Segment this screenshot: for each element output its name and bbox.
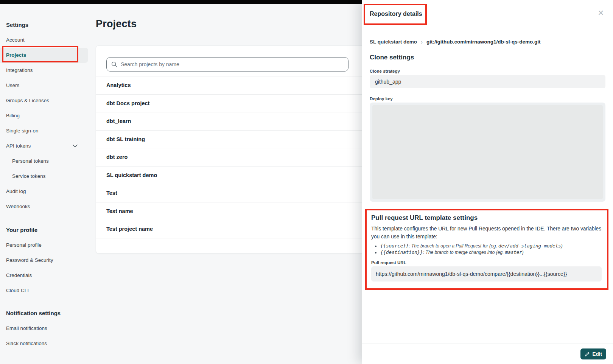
sidebar-item-slack-notifications[interactable]: Slack notifications (0, 336, 88, 351)
clone-settings-heading: Clone settings (370, 54, 605, 61)
search-icon (111, 61, 117, 67)
pull-request-description: This template configures the URL for new… (371, 225, 602, 241)
breadcrumb: SL quickstart demo › git://github.com/mi… (370, 39, 605, 45)
breadcrumb-separator-icon: › (421, 39, 423, 45)
sidebar-item-groups-licenses[interactable]: Groups & Licenses (0, 93, 88, 108)
sidebar-section-settings: Settings (0, 17, 91, 33)
sidebar-item-billing[interactable]: Billing (0, 108, 88, 123)
app-screen: Settings Account Projects Integrations U… (0, 0, 613, 364)
sidebar-item-api-tokens[interactable]: API tokens (0, 138, 88, 154)
pull-request-section-title: Pull request URL template settings (371, 214, 602, 222)
sidebar-item-integrations[interactable]: Integrations (0, 63, 88, 78)
sidebar-item-audit-log[interactable]: Audit log (0, 184, 88, 199)
template-variable-list: {{source}}: The branch to open a Pull Re… (380, 243, 602, 255)
sidebar-item-users[interactable]: Users (0, 78, 88, 93)
sidebar-item-email-notifications[interactable]: Email notifications (0, 321, 88, 336)
project-search[interactable] (106, 57, 349, 72)
pull-request-url-label: Pull request URL (371, 260, 602, 265)
pencil-icon (585, 352, 590, 357)
close-icon[interactable]: ✕ (596, 8, 606, 18)
breadcrumb-project[interactable]: SL quickstart demo (370, 39, 417, 45)
repository-details-panel: Repository details ✕ SL quickstart demo … (362, 0, 613, 364)
sidebar-section-your-profile: Your profile (0, 222, 91, 238)
deploy-key-label: Deploy key (370, 96, 605, 101)
sidebar-item-account[interactable]: Account (0, 33, 88, 48)
clone-strategy-label: Clone strategy (370, 69, 605, 73)
sidebar-section-notification-settings: Notification settings (0, 306, 91, 321)
panel-body: SL quickstart demo › git://github.com/mi… (362, 27, 613, 344)
pull-request-template-section: Pull request URL template settings This … (365, 209, 608, 290)
settings-sidebar: Settings Account Projects Integrations U… (0, 4, 91, 364)
chevron-down-icon (73, 145, 78, 148)
sidebar-item-personal-profile[interactable]: Personal profile (0, 238, 88, 253)
deploy-key-value-redacted (372, 105, 603, 199)
template-variable-destination: {{destination}}: The branch to merge cha… (380, 249, 602, 256)
deploy-key-field[interactable] (370, 103, 605, 202)
pull-request-url-field[interactable]: https://github.com/mirnawong1/db-sl-qs-d… (371, 266, 602, 282)
edit-button[interactable]: Edit (580, 348, 607, 359)
edit-button-label: Edit (593, 351, 602, 357)
sidebar-item-single-sign-on[interactable]: Single sign-on (0, 123, 88, 138)
breadcrumb-repo-url: git://github.com/mirnawong1/db-sl-qs-dem… (426, 39, 540, 45)
sidebar-item-cloud-cli[interactable]: Cloud CLI (0, 283, 88, 298)
sidebar-item-personal-tokens[interactable]: Personal tokens (0, 154, 88, 169)
sidebar-item-service-tokens[interactable]: Service tokens (0, 169, 88, 184)
template-variable-source: {{source}}: The branch to open a Pull Re… (380, 243, 602, 249)
panel-title: Repository details (370, 11, 422, 17)
search-input[interactable] (121, 61, 344, 67)
sidebar-item-projects[interactable]: Projects (0, 48, 88, 63)
sidebar-item-credentials[interactable]: Credentials (0, 268, 88, 283)
sidebar-item-webhooks[interactable]: Webhooks (0, 199, 88, 214)
clone-strategy-field[interactable]: github_app (370, 75, 605, 88)
sidebar-item-password-security[interactable]: Password & Security (0, 253, 88, 268)
panel-header: Repository details ✕ (362, 0, 613, 27)
panel-footer: Edit (362, 344, 613, 364)
